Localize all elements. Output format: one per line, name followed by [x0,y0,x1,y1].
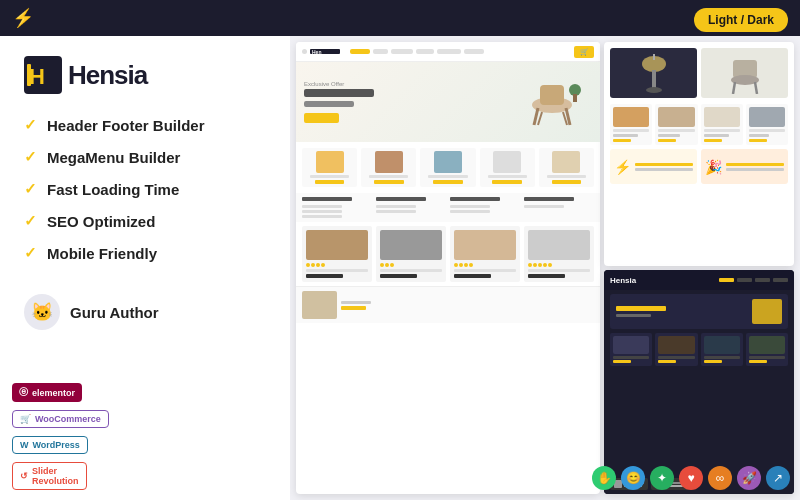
purple-rocket-icon[interactable]: 🚀 [737,466,761,490]
brand-woocommerce: 🛒 WooCommerce [12,410,109,428]
features-list: ✓ Header Footer Builder ✓ MegaMenu Build… [24,116,266,262]
check-icon-1: ✓ [24,116,37,134]
wp-label: WordPress [33,440,80,450]
mock-hero: Exclusive Offer [296,62,600,142]
logo-area: H Hensia [24,56,266,94]
woo-label: WooCommerce [35,414,101,424]
mock-rt-promo-row: ⚡ 🎉 [610,149,788,184]
slider-icon: ↺ [20,471,28,481]
mock-product-img-2 [375,151,403,173]
mock-dark-hero [610,294,788,329]
mock-cat-col-4 [524,197,594,218]
elementor-label: elementor [32,388,75,398]
check-icon-5: ✓ [24,244,37,262]
feature-megamenu: ✓ MegaMenu Builder [24,148,266,166]
mock-dark-nav: Hensia [604,270,794,290]
svg-rect-12 [652,70,656,88]
mock-hero-h1 [304,89,374,97]
mock-products-row-2 [296,222,600,286]
blue-share-icon[interactable]: ↗ [766,466,790,490]
mock-dark-prod-3 [701,333,743,366]
logo-text: Hensia [68,60,147,91]
svg-text:H: H [29,64,45,89]
guru-label: Guru Author [70,304,159,321]
mock-dark-hero-img [752,299,782,324]
woo-icon: 🛒 [20,414,31,424]
mock-rt-banner [610,48,788,98]
mock-dark-prod-4 [746,333,788,366]
mock-dark-prod-2 [655,333,697,366]
mock-logo-small: Hen [310,49,340,54]
svg-rect-10 [573,94,577,102]
mock-products-row-1 [296,142,600,193]
mock-dark-links [719,278,788,282]
green-hand-icon[interactable]: ✋ [592,466,616,490]
green-star-icon[interactable]: ✦ [650,466,674,490]
feature-header-footer: ✓ Header Footer Builder [24,116,266,134]
mock-product2-2 [376,226,446,282]
chair-mini-svg [725,52,765,94]
feature-label-4: SEO Optimized [47,213,155,230]
light-dark-badge[interactable]: Light / Dark [694,8,788,32]
guru-icon: 🐱 [24,294,60,330]
svg-rect-4 [540,85,564,105]
feature-label-1: Header Footer Builder [47,117,205,134]
svg-point-13 [646,87,662,93]
bolt-icon: ⚡ [12,7,34,29]
red-heart-icon[interactable]: ♥ [679,466,703,490]
mock-screen-dark: Hensia [604,270,794,494]
mock-product-img-4 [493,151,521,173]
guru-row: 🐱 Guru Author [24,294,266,330]
svg-line-17 [733,82,735,94]
mock-promo-festival: 🎉 [701,149,788,184]
mock-cat-col-2 [376,197,446,218]
feature-label-5: Mobile Friendly [47,245,157,262]
mock-product-img-5 [552,151,580,173]
slider-label: Slider Revolution [32,466,79,486]
mock-hero-h2 [304,101,354,107]
blue-face-icon[interactable]: 😊 [621,466,645,490]
feature-label-2: MegaMenu Builder [47,149,180,166]
mock-product2-1 [302,226,372,282]
feature-mobile: ✓ Mobile Friendly [24,244,266,262]
mock-product-5 [539,148,594,187]
wp-icon: W [20,440,29,450]
check-icon-3: ✓ [24,180,37,198]
mock-cat-col-1 [302,197,372,218]
mock-product2-3 [450,226,520,282]
mock-product-img-1 [316,151,344,173]
mock-promo-subscribe: ⚡ [610,149,697,184]
svg-rect-2 [27,64,31,86]
subscribe-icon: ⚡ [614,159,631,175]
mock-rt-prod-4 [746,104,788,145]
mock-product-3 [420,148,475,187]
mock-categories [296,193,600,222]
orange-infinity-icon[interactable]: ∞ [708,466,732,490]
lamp-svg [639,52,669,94]
mock-rt-prod-row1 [610,104,788,145]
mock-product-1 [302,148,357,187]
icon-circles-row: ✋ 😊 ✦ ♥ ∞ 🚀 ↗ [592,466,790,490]
mock-rt-prod-3 [701,104,743,145]
mock-rt-prod-2 [655,104,697,145]
mock-product-img-3 [434,151,462,173]
mock-dark-prod-1 [610,333,652,366]
svg-line-5 [534,108,538,125]
mock-hero-text: Exclusive Offer [304,81,504,123]
mock-nav-bar [347,49,571,55]
mock-rt-prod-1 [610,104,652,145]
mock-cat-col-3 [450,197,520,218]
mock-rt-banner-dark [610,48,697,98]
logo-icon: H [24,56,62,94]
check-icon-2: ✓ [24,148,37,166]
mock-nav-dot [302,49,307,54]
mock-dark-body [604,290,794,494]
check-icon-4: ✓ [24,212,37,230]
mock-product-4 [480,148,535,187]
mock-product-2 [361,148,416,187]
brand-wordpress: W WordPress [12,436,88,454]
left-panel: H Hensia ✓ Header Footer Builder ✓ MegaM… [0,36,290,500]
brand-slider: ↺ Slider Revolution [12,462,87,490]
top-bar: ⚡ [0,0,800,36]
mock-screen-right: ⚡ 🎉 [604,42,794,494]
